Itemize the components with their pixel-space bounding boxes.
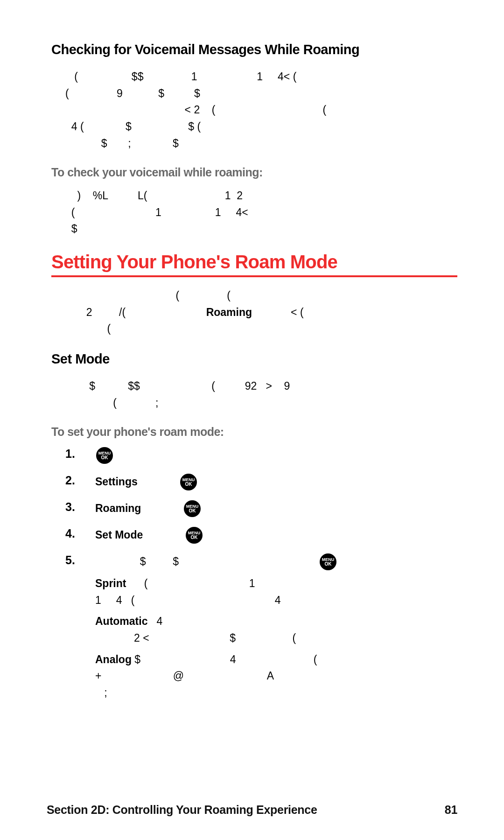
step-body: $ $ MENUOK Sprint ( 1 1 4 ( <box>95 553 457 706</box>
step-number: 5. <box>65 553 77 567</box>
step-body: Set Mode MENUOK <box>95 527 457 544</box>
svg-text:OK: OK <box>189 508 196 513</box>
menu-ok-icon: MENUOK <box>184 500 201 517</box>
paragraph-voicemail-2: ) %L L( 1 2 ( 1 1 4< $ <box>65 188 457 238</box>
lead-set-mode: To set your phone's roam mode: <box>51 425 457 439</box>
footer-section-label: Section 2D: Controlling Your Roaming Exp… <box>47 803 317 817</box>
svg-text:OK: OK <box>101 455 109 460</box>
step-number: 1. <box>65 447 77 461</box>
svg-text:OK: OK <box>325 561 332 567</box>
step-number: 2. <box>65 474 77 487</box>
bullet-label: Automatic <box>95 615 147 627</box>
menu-ok-icon: MENUOK <box>186 527 203 544</box>
step-suffix <box>138 476 176 488</box>
step-body: MENUOK <box>95 447 457 464</box>
bullets-list: Sprint ( 1 1 4 ( 4 Automatic 4 2 < $ ( <box>95 575 457 701</box>
step-5-line: $ $ <box>95 555 316 567</box>
step-number: 3. <box>65 500 77 514</box>
step-bold-text: Settings <box>95 476 138 488</box>
section-title-roam-mode: Setting Your Phone's Roam Mode <box>51 252 457 273</box>
paragraph-set-mode: $ $$ ( 92 > 9 ( ; <box>65 378 457 411</box>
step-body: Roaming MENUOK <box>95 500 457 518</box>
menu-ok-icon: MENUOK <box>96 447 113 464</box>
step-2: 2. Settings MENUOK <box>65 474 457 491</box>
step-1: 1. MENUOK <box>65 447 457 464</box>
step-5: 5. $ $ MENUOK Sprint ( 1 1 4 ( <box>65 553 457 706</box>
svg-text:OK: OK <box>185 482 193 487</box>
bullet-sprint: Sprint ( 1 1 4 ( 4 <box>95 575 457 609</box>
lead-check-voicemail: To check your voicemail while roaming: <box>51 166 457 179</box>
menu-ok-icon: MENUOK <box>180 474 197 490</box>
paragraph-roam-intro: ( ( 2 /( Roaming < ( ( <box>65 287 457 337</box>
step-number: 4. <box>65 527 77 540</box>
step-4: 4. Set Mode MENUOK <box>65 527 457 544</box>
bullet-automatic: Automatic 4 2 < $ ( <box>95 613 457 646</box>
menu-ok-icon: MENUOK <box>320 553 336 570</box>
subheading-voicemail: Checking for Voicemail Messages While Ro… <box>51 42 457 57</box>
bullet-label: Sprint <box>95 577 126 589</box>
bullet-analog: Analog $ 4 ( + @ A ; <box>95 651 457 701</box>
footer-page-number: 81 <box>445 803 457 817</box>
step-bold-text: Set Mode <box>95 529 143 541</box>
step-body: Settings MENUOK <box>95 474 457 491</box>
step-suffix <box>141 502 180 514</box>
steps-list: 1. MENUOK 2. Settings MENUOK 3. Roaming … <box>65 447 457 706</box>
page-footer: Section 2D: Controlling Your Roaming Exp… <box>47 803 457 817</box>
section-rule <box>51 275 457 277</box>
bullet-label: Analog <box>95 653 132 665</box>
subheading-set-mode: Set Mode <box>51 351 457 367</box>
svg-text:OK: OK <box>190 535 198 540</box>
step-bold-text: Roaming <box>95 502 141 514</box>
step-suffix <box>143 529 182 541</box>
paragraph-voicemail-1: ( $$ 1 1 4< ( ( 9 $ $ < 2 ( ( <box>65 69 457 152</box>
step-3: 3. Roaming MENUOK <box>65 500 457 518</box>
